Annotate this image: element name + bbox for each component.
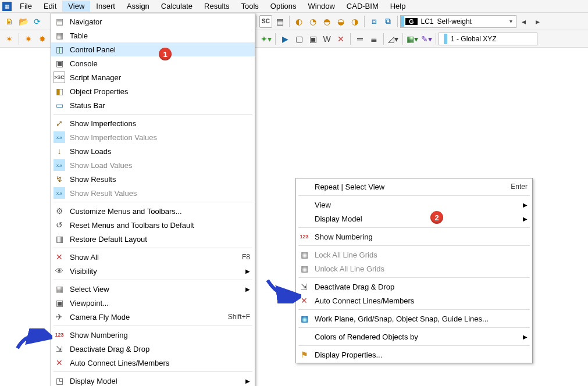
- tool-align-b-icon[interactable]: ⧉: [382, 15, 394, 28]
- view-item-2[interactable]: ◫Control Panel: [51, 42, 255, 56]
- view-item-21[interactable]: 123Show Numbering: [51, 328, 255, 342]
- view-item-0[interactable]: ▤Navigator: [51, 15, 255, 28]
- tool-align-a-icon[interactable]: ⧈: [368, 15, 380, 28]
- menu-options[interactable]: Options: [265, 1, 302, 12]
- view-item-label: Display Model: [70, 377, 117, 385]
- menu-assign[interactable]: Assign: [121, 1, 155, 12]
- tool2-cross-icon[interactable]: ✕: [334, 33, 347, 45]
- menu-window[interactable]: Window: [302, 1, 341, 12]
- view-item-7[interactable]: ⤢Show Imperfections: [51, 116, 255, 130]
- loadcase-dropdown[interactable]: G LC1 Self-weight ▾: [400, 15, 516, 28]
- tool2-box-icon[interactable]: ▢: [293, 33, 305, 45]
- tool2-rec-icon[interactable]: ▣: [307, 33, 319, 45]
- tool-tb-e-icon[interactable]: ◑: [348, 15, 361, 28]
- view-separator: [54, 202, 252, 202]
- blank-icon: [298, 331, 310, 342]
- context-item-9[interactable]: Colors of Rendered Objects by▶: [296, 330, 532, 344]
- view-item-label: Show Load Values: [70, 161, 132, 170]
- tool-open-icon[interactable]: 📂: [17, 15, 30, 28]
- context-item-1[interactable]: View▶: [296, 198, 532, 212]
- menu-tools[interactable]: Tools: [235, 1, 264, 12]
- view-item-5[interactable]: ◧Object Properties: [51, 84, 255, 98]
- accelerator-text: Shift+F: [193, 313, 250, 321]
- menu-insert[interactable]: Insert: [90, 1, 121, 12]
- tool2-star-icon[interactable]: ✦▾: [259, 33, 272, 45]
- obj-icon: ◧: [54, 85, 65, 97]
- context-item-3[interactable]: 123Show Numbering: [296, 230, 532, 244]
- view-item-label: Select View: [70, 285, 109, 294]
- restore-icon: ▥: [54, 233, 65, 245]
- view-item-label: Camera Fly Mode: [70, 313, 130, 321]
- tool2-grid-icon[interactable]: ▦▾: [406, 33, 419, 45]
- view-item-3[interactable]: ▣Console: [51, 56, 255, 70]
- tool2-h1-icon[interactable]: ═: [354, 33, 366, 45]
- view-item-label: Control Panel: [70, 45, 116, 54]
- coord-system-dropdown[interactable]: 1 - Global XYZ: [439, 33, 537, 45]
- menu-file[interactable]: File: [14, 1, 38, 12]
- context-item-2[interactable]: Display Model▶: [296, 212, 532, 226]
- context-separator: [298, 309, 530, 310]
- view-item-16[interactable]: ✕Show AllF8: [51, 250, 255, 264]
- view-item-17[interactable]: 👁Visibility▶: [51, 264, 255, 278]
- tool2-w-icon[interactable]: W: [320, 33, 333, 45]
- context-item-label: Show Numbering: [315, 233, 373, 241]
- menu-view[interactable]: View: [62, 1, 90, 12]
- context-item-8[interactable]: ▦Work Plane, Grid/Snap, Object Snap, Gui…: [296, 312, 532, 326]
- tool2-play-icon[interactable]: ▶: [279, 33, 291, 45]
- tool2-c-icon[interactable]: ✸: [36, 33, 49, 45]
- tool2-a-icon[interactable]: ✶: [3, 33, 16, 45]
- view-item-23[interactable]: ✕Auto Connect Lines/Members: [51, 356, 255, 370]
- view-item-label: Navigator: [70, 17, 102, 26]
- menu-results[interactable]: Results: [198, 1, 235, 12]
- view-item-24[interactable]: ◳Display Model▶: [51, 374, 255, 386]
- reset-icon: ↺: [54, 219, 65, 231]
- view-item-11[interactable]: ↯Show Results: [51, 172, 255, 186]
- loadcase-prev-icon[interactable]: ◂: [517, 15, 530, 28]
- tool-tb-d-icon[interactable]: ◒: [334, 15, 347, 28]
- context-item-label: Unlock All Line Grids: [315, 265, 384, 273]
- submenu-arrow-icon: ▶: [488, 216, 528, 222]
- tool2-angle-icon[interactable]: ◿▾: [387, 33, 400, 45]
- view-item-22[interactable]: ⇲Deactivate Drag & Drop: [51, 342, 255, 356]
- view-item-label: Show Imperfection Values: [70, 133, 157, 142]
- view-item-19[interactable]: ▣Viewpoint...: [51, 296, 255, 310]
- context-separator: [298, 195, 530, 196]
- tool-tb-b-icon[interactable]: ◔: [307, 15, 319, 28]
- imp-icon: ⤢: [54, 117, 65, 129]
- tool2-b-icon[interactable]: ✷: [22, 33, 35, 45]
- tool-new-icon[interactable]: 🗎: [3, 15, 16, 28]
- tool-tb-c-icon[interactable]: ◓: [320, 15, 333, 28]
- tool-sc-icon[interactable]: SC: [259, 15, 272, 28]
- view-item-15[interactable]: ▥Restore Default Layout: [51, 232, 255, 246]
- view-item-6[interactable]: ▭Status Bar: [51, 98, 255, 112]
- view-item-13[interactable]: ⚙Customize Menus and Toolbars...: [51, 204, 255, 218]
- tool-tb-a-icon[interactable]: ◐: [293, 15, 305, 28]
- tool2-pen-icon[interactable]: ✎▾: [420, 33, 433, 45]
- context-item-10[interactable]: ⚑Display Properties...: [296, 348, 532, 362]
- context-item-label: Display Model: [315, 215, 362, 223]
- tool2-h2-icon[interactable]: ≣: [368, 33, 380, 45]
- view-separator: [54, 326, 252, 326]
- view-item-9[interactable]: ↓Show Loads: [51, 144, 255, 158]
- submenu-arrow-icon: ▶: [488, 202, 528, 208]
- res-icon: ↯: [54, 173, 65, 185]
- menu-cadbim[interactable]: CAD-BIM: [341, 1, 384, 12]
- view-item-label: Show Numbering: [70, 331, 128, 339]
- menu-calc[interactable]: Calculate: [155, 1, 198, 12]
- view-item-label: Show All: [70, 253, 99, 262]
- view-item-18[interactable]: ▦Select View▶: [51, 282, 255, 296]
- view-item-14[interactable]: ↺Reset Menus and Toolbars to Default: [51, 218, 255, 232]
- view-item-label: Show Loads: [70, 147, 112, 156]
- context-item-7[interactable]: ✕Auto Connect Lines/Members: [296, 294, 532, 308]
- view-item-1[interactable]: ▦Table: [51, 28, 255, 42]
- view-item-4[interactable]: >SCScript Manager: [51, 70, 255, 84]
- loadcase-group: G: [405, 18, 418, 25]
- tool-refresh-icon[interactable]: ⟳: [31, 15, 44, 28]
- menu-edit[interactable]: Edit: [38, 1, 62, 12]
- loadcase-next-icon[interactable]: ▸: [531, 15, 544, 28]
- context-item-6[interactable]: ⇲Deactivate Drag & Drop: [296, 280, 532, 294]
- context-item-0[interactable]: Repeat | Select ViewEnter: [296, 180, 532, 194]
- menu-help[interactable]: Help: [384, 1, 412, 12]
- view-item-20[interactable]: ✈Camera Fly ModeShift+F: [51, 310, 255, 324]
- tool-props-icon[interactable]: ▤: [273, 15, 286, 28]
